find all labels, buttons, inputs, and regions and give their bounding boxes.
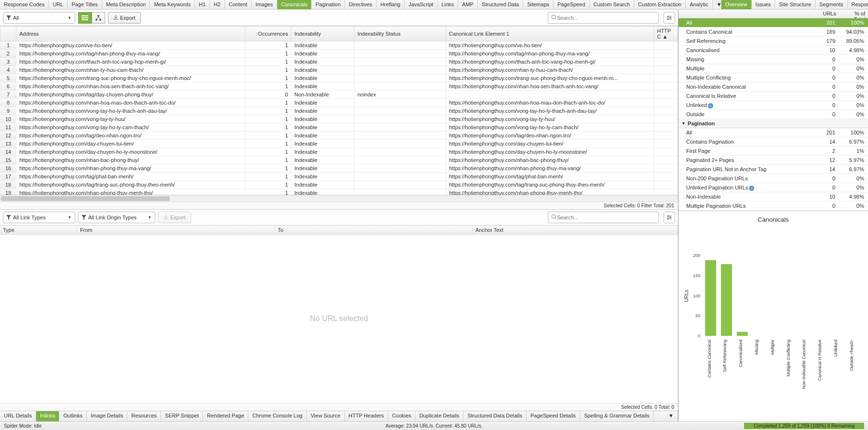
tab-page-titles[interactable]: Page Titles [68, 0, 102, 9]
cell-http[interactable] [654, 58, 678, 66]
bottom-search-config-button[interactable] [664, 212, 675, 223]
cell-canonical[interactable]: https://hotienphongthuy.com/tag/deo-nhan… [446, 132, 654, 140]
cell-indexability-status[interactable] [354, 164, 446, 173]
cell-address[interactable]: https://hotienphongthuy.com/day-chuyen-t… [16, 140, 245, 148]
cell-http[interactable] [654, 123, 678, 132]
table-row[interactable]: 14https://hotienphongthuy.com/day-chuyen… [0, 148, 678, 156]
cell-indexability-status[interactable] [354, 189, 446, 195]
cell-address[interactable]: https://hotienphongthuy.com/nhan-hoa-mau… [16, 99, 245, 107]
table-row[interactable]: 18https://hotienphongthuy.com/tag/trang-… [0, 181, 678, 189]
scrollbar-thumb[interactable] [1, 196, 170, 201]
cell-canonical[interactable] [446, 91, 654, 99]
table-row[interactable]: 7https://hotienphongthuy.com/tag/day-chu… [0, 91, 678, 99]
link-origins-select[interactable]: All Link Origin Types ▼ [78, 212, 155, 223]
cell-indexability[interactable]: Indexable [291, 41, 354, 50]
cell-address[interactable]: https://hotienphongthuy.com/nhan-phong-t… [16, 164, 245, 173]
cell-occurrences[interactable]: 0 [245, 91, 291, 99]
cell-http[interactable] [654, 115, 678, 123]
cell-indexability[interactable]: Indexable [291, 74, 354, 82]
cell-occurrences[interactable]: 1 [245, 156, 291, 164]
cell-indexability[interactable]: Indexable [291, 132, 354, 140]
bottom-tab-serp-snippet[interactable]: SERP Snippet [161, 411, 203, 421]
bottom-search-box[interactable] [548, 212, 659, 223]
cell-canonical[interactable]: https://hotienphongthuy.com/vong-tay-ho-… [446, 107, 654, 115]
overview-row[interactable]: Paginated 2+ Pages125.97% [678, 156, 868, 165]
tab-h2[interactable]: H2 [210, 0, 225, 9]
overview-row[interactable]: Multiple Pagination URLs00% [678, 202, 868, 211]
cell-indexability[interactable]: Indexable [291, 58, 354, 66]
cell-indexability-status[interactable] [354, 58, 446, 66]
bottom-tab-http-headers[interactable]: HTTP Headers [345, 411, 388, 421]
cell-canonical[interactable]: https://hotienphongthuy.com/vong-tay-ho-… [446, 123, 654, 132]
cell-canonical[interactable]: https://hotienphongthuy.com/nhan-bac-pho… [446, 156, 654, 164]
overview-row[interactable]: Outside 00% [678, 110, 868, 119]
cell-occurrences[interactable]: 1 [245, 189, 291, 195]
tab-directives[interactable]: Directives [345, 0, 376, 9]
cell-occurrences[interactable]: 1 [245, 140, 291, 148]
col-rownum[interactable] [0, 27, 16, 41]
cell-occurrences[interactable]: 1 [245, 50, 291, 58]
cell-indexability[interactable]: Indexable [291, 66, 354, 74]
cell-occurrences[interactable]: 1 [245, 74, 291, 82]
table-row[interactable]: 19https://hotienphongthuy.com/nhan-phong… [0, 189, 678, 195]
cell-address[interactable]: https://hotienphongthuy.com/vong-tay-ho-… [16, 107, 245, 115]
table-row[interactable]: 10https://hotienphongthuy.com/vong-tay-t… [0, 115, 678, 123]
tab-meta-description[interactable]: Meta Description [102, 0, 150, 9]
overview-row[interactable]: All201100% [678, 18, 868, 27]
cell-occurrences[interactable]: 1 [245, 164, 291, 173]
table-row[interactable]: 12https://hotienphongthuy.com/tag/deo-nh… [0, 132, 678, 140]
tab-pagespeed[interactable]: PageSpeed [554, 0, 590, 9]
cell-indexability[interactable]: Indexable [291, 50, 354, 58]
right-tab-response-times[interactable]: Response Times [848, 0, 868, 9]
cell-indexability-status[interactable] [354, 181, 446, 189]
cell-http[interactable] [654, 50, 678, 58]
overview-row[interactable]: Pagination URL Not in Anchor Tag146.97% [678, 165, 868, 174]
cell-indexability[interactable]: Indexable [291, 164, 354, 173]
cell-canonical[interactable]: https://hotienphongthuy.com/ve-ho-tien/ [446, 41, 654, 50]
main-grid[interactable]: Address Occurrences Indexability Indexab… [0, 26, 678, 195]
overview-row[interactable]: Contains Canonical18994.03% [678, 27, 868, 37]
cell-address[interactable]: https://hotienphongthuy.com/tag/trang-su… [16, 181, 245, 189]
cell-address[interactable]: https://hotienphongthuy.com/nhan-hoa-sen… [16, 82, 245, 91]
tab-analytic[interactable]: Analytic [686, 0, 713, 9]
overview-row[interactable]: Non-200 Pagination URLs00% [678, 174, 868, 183]
cell-indexability-status[interactable] [354, 173, 446, 181]
cell-occurrences[interactable]: 1 [245, 173, 291, 181]
cell-indexability-status[interactable] [354, 156, 446, 164]
cell-address[interactable]: https://hotienphongthuy.com/nhan-ty-huu-… [16, 66, 245, 74]
cell-address[interactable]: https://hotienphongthuy.com/nhan-phong-t… [16, 189, 245, 195]
cell-indexability-status[interactable] [354, 132, 446, 140]
search-box[interactable] [548, 12, 659, 24]
cell-http[interactable] [654, 107, 678, 115]
overview-row[interactable]: All201100% [678, 128, 868, 137]
col-occurrences[interactable]: Occurrences [245, 27, 291, 41]
overview-row[interactable]: Unlinkedi00% [678, 101, 868, 110]
cell-occurrences[interactable]: 1 [245, 107, 291, 115]
pagination-section[interactable]: ▼ Pagination [678, 119, 868, 128]
cell-occurrences[interactable]: 1 [245, 41, 291, 50]
bottom-tab-resources[interactable]: Resources [127, 411, 161, 421]
col-address[interactable]: Address [16, 27, 245, 41]
tab-sitemaps[interactable]: Sitemaps [523, 0, 554, 9]
col-type[interactable]: Type [0, 226, 77, 234]
table-row[interactable]: 17https://hotienphongthuy.com/tag/phat-b… [0, 173, 678, 181]
bottom-tab-chrome-console-log[interactable]: Chrome Console Log [248, 411, 307, 421]
cell-indexability-status[interactable] [354, 41, 446, 50]
table-row[interactable]: 8https://hotienphongthuy.com/nhan-hoa-ma… [0, 99, 678, 107]
cell-address[interactable]: https://hotienphongthuy.com/vong-tay-ho-… [16, 123, 245, 132]
list-view-button[interactable] [78, 12, 92, 24]
bottom-tab-inlinks[interactable]: Inlinks [36, 411, 59, 421]
cell-indexability-status[interactable] [354, 82, 446, 91]
overview-row[interactable]: Unlinked Pagination URLsi00% [678, 183, 868, 192]
overview-row[interactable]: Canonicalised104.98% [678, 46, 868, 55]
cell-address[interactable]: https://hotienphongthuy.com/vong-tay-ty-… [16, 115, 245, 123]
cell-address[interactable]: https://hotienphongthuy.com/tag/phat-ban… [16, 173, 245, 181]
cell-canonical[interactable]: https://hotienphongthuy.com/nhan-ty-huu-… [446, 66, 654, 74]
cell-address[interactable]: https://hotienphongthuy.com/thach-anh-to… [16, 58, 245, 66]
cell-occurrences[interactable]: 1 [245, 58, 291, 66]
cell-occurrences[interactable]: 1 [245, 123, 291, 132]
cell-http[interactable] [654, 156, 678, 164]
tree-view-button[interactable] [92, 12, 105, 24]
col-indexability-status[interactable]: Indexability Status [354, 27, 446, 41]
cell-indexability[interactable]: Indexable [291, 156, 354, 164]
